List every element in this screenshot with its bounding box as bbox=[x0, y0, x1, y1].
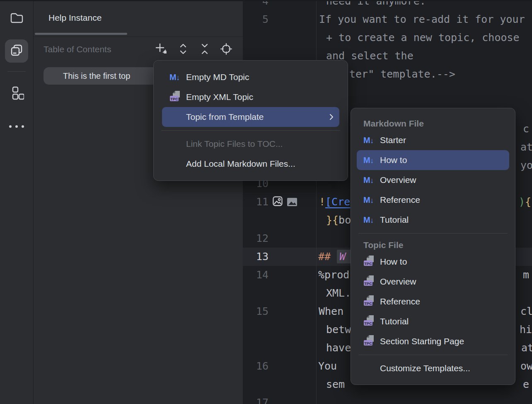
topic-file-icon: TPC bbox=[363, 315, 374, 329]
gutter-line-number: 13 bbox=[243, 248, 268, 266]
image-filled-icon[interactable] bbox=[287, 198, 297, 206]
gutter-line-number: 12 bbox=[243, 229, 268, 248]
code-fragment: ## W bbox=[318, 248, 354, 266]
submenu-item-reference[interactable]: TPCReference bbox=[357, 292, 509, 312]
menu-separator bbox=[161, 130, 340, 131]
submenu-item-label: Customize Templates... bbox=[380, 363, 470, 373]
submenu-item-label: Tutorial bbox=[380, 215, 409, 225]
submenu-item-customize-templates[interactable]: Customize Templates... bbox=[357, 358, 509, 378]
code-fragment: at bbox=[520, 138, 532, 156]
topic-file-icon: TPC bbox=[363, 275, 374, 289]
collapse-all-icon bbox=[199, 43, 210, 57]
submenu-item-overview[interactable]: M↓Overview bbox=[357, 170, 509, 190]
gutter-line-number: 5 bbox=[243, 10, 268, 29]
code-fragment: ){ bbox=[519, 193, 531, 211]
plus-dropdown-icon bbox=[155, 42, 169, 57]
expand-all-icon bbox=[178, 43, 189, 57]
menu-separator bbox=[358, 355, 508, 355]
gutter-line-number: 15 bbox=[243, 302, 268, 321]
menu-item-empty-md-topic[interactable]: M↓Empty MD Topic bbox=[162, 67, 339, 87]
add-topic-button[interactable] bbox=[155, 43, 168, 56]
gutter-line-number: 11 bbox=[243, 193, 268, 211]
menu-item-empty-xml-topic[interactable]: TPCEmpty XML Topic bbox=[162, 87, 339, 107]
submenu-item-how-to[interactable]: TPCHow to bbox=[357, 252, 509, 272]
folder-icon bbox=[9, 10, 24, 27]
template-submenu: Markdown FileM↓StarterM↓How toM↓Overview… bbox=[351, 108, 515, 385]
activity-bar bbox=[0, 0, 34, 404]
menu-item-label: Link Topic Files to TOC... bbox=[186, 139, 283, 149]
code-fragment: you bbox=[520, 156, 532, 175]
submenu-item-label: Overview bbox=[380, 175, 416, 185]
menu-item-topic-from-template[interactable]: Topic from Template bbox=[162, 107, 339, 127]
svg-text:TPC: TPC bbox=[364, 301, 372, 305]
code-fragment: + to create a new topic, choose bbox=[326, 29, 520, 47]
submenu-item-label: How to bbox=[380, 257, 407, 267]
sidebar-item-project[interactable] bbox=[5, 7, 28, 30]
submenu-item-starter[interactable]: M↓Starter bbox=[357, 130, 509, 150]
code-fragment: need it anymore. bbox=[326, 0, 426, 10]
code-fragment: You bbox=[318, 357, 337, 375]
markdown-file-icon: M↓ bbox=[363, 195, 374, 205]
code-fragment: }{bo bbox=[326, 211, 351, 229]
menu-item-label: Empty MD Topic bbox=[186, 72, 249, 82]
menu-item-link-topic-files-to-toc[interactable]: Link Topic Files to TOC... bbox=[162, 134, 339, 154]
svg-text:TPC: TPC bbox=[364, 341, 372, 345]
submenu-item-label: Section Starting Page bbox=[380, 336, 464, 346]
sidebar-item-instances[interactable] bbox=[5, 39, 28, 63]
menu-item-add-local-markdown-files[interactable]: Add Local Markdown Files... bbox=[162, 154, 339, 174]
topic-file-icon: TPC bbox=[169, 90, 180, 104]
code-fragment: ![Cre bbox=[319, 193, 350, 211]
code-fragment: e bbox=[523, 375, 529, 394]
markdown-file-icon: M↓ bbox=[363, 175, 374, 185]
svg-text:TPC: TPC bbox=[170, 96, 178, 101]
submenu-item-overview[interactable]: TPCOverview bbox=[357, 272, 509, 292]
sidebar-item-more[interactable] bbox=[5, 115, 28, 138]
menu-item-label: Topic from Template bbox=[186, 112, 264, 122]
submenu-item-label: Starter bbox=[380, 135, 406, 145]
markdown-file-icon: M↓ bbox=[363, 215, 374, 225]
panel-tab-help-instance[interactable]: Help Instance bbox=[48, 13, 102, 23]
submenu-item-how-to[interactable]: M↓How to bbox=[357, 150, 509, 170]
submenu-item-label: Reference bbox=[380, 195, 420, 205]
code-fragment: have bbox=[326, 339, 351, 357]
code-fragment: his bbox=[520, 321, 532, 339]
submenu-item-tutorial[interactable]: M↓Tutorial bbox=[357, 210, 509, 230]
svg-text:TPC: TPC bbox=[364, 281, 372, 285]
code-fragment: If you want to re-add it for your bbox=[319, 10, 525, 29]
image-outline-icon[interactable] bbox=[272, 195, 283, 207]
svg-text:TPC: TPC bbox=[364, 321, 372, 325]
menu-item-label: Empty XML Topic bbox=[186, 92, 253, 102]
ellipsis-icon bbox=[9, 125, 24, 128]
gutter-line-number: 16 bbox=[243, 357, 268, 375]
code-fragment: betw bbox=[326, 321, 351, 339]
context-menu: M↓Empty MD TopicTPCEmpty XML TopicTopic … bbox=[153, 60, 348, 181]
structure-icon bbox=[9, 86, 24, 102]
sidebar-divider bbox=[7, 71, 26, 72]
panel-header: Help Instance bbox=[34, 0, 243, 37]
submenu-item-label: Tutorial bbox=[380, 316, 409, 326]
submenu-item-tutorial[interactable]: TPCTutorial bbox=[357, 312, 509, 331]
topic-file-icon: TPC bbox=[363, 295, 374, 309]
code-fragment: ter" template.--> bbox=[349, 65, 455, 83]
topic-file-icon: TPC bbox=[363, 335, 374, 348]
expand-all-button[interactable] bbox=[177, 43, 190, 56]
code-fragment: c bbox=[523, 120, 529, 138]
sidebar-item-structure[interactable] bbox=[5, 83, 28, 106]
submenu-item-section-starting-page[interactable]: TPCSection Starting Page bbox=[357, 331, 509, 351]
markdown-file-icon: M↓ bbox=[169, 73, 180, 82]
menu-separator bbox=[358, 233, 508, 234]
locate-button[interactable] bbox=[220, 43, 233, 56]
submenu-item-reference[interactable]: M↓Reference bbox=[357, 190, 509, 210]
submenu-item-label: Reference bbox=[380, 297, 420, 307]
collapse-all-button[interactable] bbox=[198, 43, 211, 56]
panel-title-table-of-contents: Table of Contents bbox=[44, 44, 111, 54]
ide-window: 451011121314151617need it anymore.If you… bbox=[0, 0, 532, 404]
submenu-item-label: Overview bbox=[380, 277, 416, 287]
gutter-line-number: 4 bbox=[243, 0, 268, 10]
submenu-item-label: How to bbox=[380, 155, 407, 165]
menu-item-label: Add Local Markdown Files... bbox=[186, 159, 295, 169]
submenu-section-header-markdown-file: Markdown File bbox=[363, 117, 515, 130]
toc-item-label: This is the first top bbox=[63, 67, 130, 85]
copies-icon bbox=[9, 42, 24, 60]
markdown-file-icon: M↓ bbox=[363, 136, 374, 145]
